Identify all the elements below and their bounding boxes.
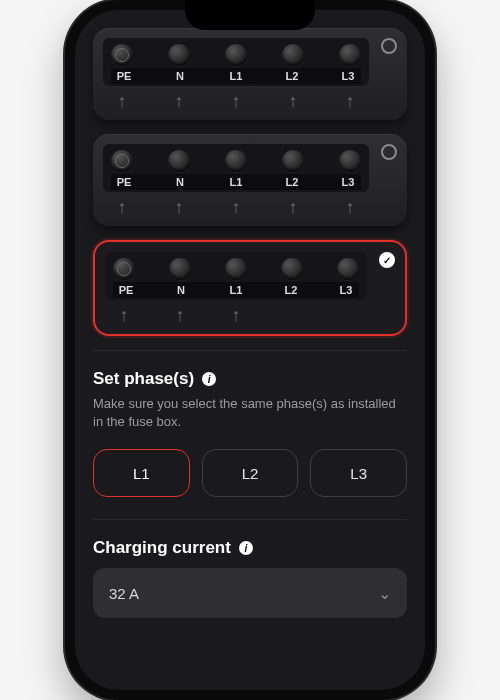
arrow-row: ↑ ↑ ↑ ↑ ↑ xyxy=(103,86,369,112)
phone-frame: PE N L1 L2 L3 ↑ ↑ ↑ ↑ ↑ xyxy=(65,0,435,700)
arrow-up-icon: ↑ xyxy=(339,198,361,216)
charging-current-title: Charging current xyxy=(93,538,231,558)
terminal-label: N xyxy=(170,284,192,296)
terminal-label: PE xyxy=(113,70,135,82)
arrow-up-icon: ↑ xyxy=(225,306,247,324)
info-icon[interactable]: i xyxy=(239,541,253,555)
knob-l3-icon xyxy=(339,150,361,172)
screen-content: PE N L1 L2 L3 ↑ ↑ ↑ ↑ ↑ xyxy=(75,10,425,690)
knob-l3-icon xyxy=(339,44,361,66)
radio-unchecked-icon[interactable] xyxy=(381,144,397,160)
terminal-label: PE xyxy=(115,284,137,296)
divider xyxy=(93,519,407,520)
terminal-label: N xyxy=(169,176,191,188)
wiring-option-2[interactable]: PE N L1 L2 L3 ↑ ↑ ↑ ↑ ↑ xyxy=(93,240,407,336)
set-phase-header: Set phase(s) i xyxy=(93,369,407,389)
arrow-up-icon: ↑ xyxy=(225,198,247,216)
knob-row xyxy=(111,150,361,172)
radio-checked-icon[interactable] xyxy=(379,252,395,268)
terminal-label: L2 xyxy=(281,70,303,82)
charging-current-select[interactable]: 32 A ⌄ xyxy=(93,568,407,618)
arrow-up-icon: ↑ xyxy=(113,306,135,324)
knob-l2-icon xyxy=(282,44,304,66)
knob-l1-icon xyxy=(225,150,247,172)
knob-l2-icon xyxy=(281,258,303,280)
arrow-up-icon: ↑ xyxy=(339,92,361,110)
knob-n-icon xyxy=(168,150,190,172)
terminal-label: L2 xyxy=(281,176,303,188)
phase-button-label: L1 xyxy=(133,465,150,482)
terminal-label: N xyxy=(169,70,191,82)
terminal-label-row: PE N L1 L2 L3 xyxy=(113,282,359,298)
terminal-block: PE N L1 L2 L3 xyxy=(103,144,369,192)
chevron-down-icon: ⌄ xyxy=(378,584,391,603)
arrow-up-icon: ↑ xyxy=(225,92,247,110)
charging-current-value: 32 A xyxy=(109,585,139,602)
wiring-option-1[interactable]: PE N L1 L2 L3 ↑ ↑ ↑ ↑ ↑ xyxy=(93,134,407,226)
knob-l3-icon xyxy=(337,258,359,280)
info-icon[interactable]: i xyxy=(202,372,216,386)
terminal-label: L1 xyxy=(225,284,247,296)
arrow-up-icon: ↑ xyxy=(111,92,133,110)
terminal-label-row: PE N L1 L2 L3 xyxy=(111,68,361,84)
arrow-row: ↑ ↑ ↑ ↑ ↑ xyxy=(105,300,367,326)
knob-n-icon xyxy=(169,258,191,280)
phone-screen: PE N L1 L2 L3 ↑ ↑ ↑ ↑ ↑ xyxy=(75,10,425,690)
arrow-up-icon: ↑ xyxy=(168,198,190,216)
terminal-block: PE N L1 L2 L3 xyxy=(103,38,369,86)
terminal-label: L3 xyxy=(337,176,359,188)
arrow-up-icon: ↑ xyxy=(282,198,304,216)
arrow-row: ↑ ↑ ↑ ↑ ↑ xyxy=(103,192,369,218)
terminal-label: L1 xyxy=(225,70,247,82)
phase-button-label: L2 xyxy=(242,465,259,482)
knob-pe-icon xyxy=(111,150,133,172)
phase-button-l1[interactable]: L1 xyxy=(93,449,190,497)
set-phase-title: Set phase(s) xyxy=(93,369,194,389)
knob-pe-icon xyxy=(113,258,135,280)
terminal-label-row: PE N L1 L2 L3 xyxy=(111,174,361,190)
knob-row xyxy=(111,44,361,66)
phone-notch xyxy=(185,0,315,30)
terminal-label: PE xyxy=(113,176,135,188)
knob-l1-icon xyxy=(225,44,247,66)
radio-unchecked-icon[interactable] xyxy=(381,38,397,54)
set-phase-subtitle: Make sure you select the same phase(s) a… xyxy=(93,395,407,431)
terminal-label: L2 xyxy=(280,284,302,296)
arrow-up-icon: ↑ xyxy=(111,198,133,216)
knob-pe-icon xyxy=(111,44,133,66)
phase-button-l3[interactable]: L3 xyxy=(310,449,407,497)
terminal-label: L3 xyxy=(337,70,359,82)
terminal-label: L1 xyxy=(225,176,247,188)
phase-button-row: L1 L2 L3 xyxy=(93,449,407,497)
knob-l1-icon xyxy=(225,258,247,280)
phase-button-l2[interactable]: L2 xyxy=(202,449,299,497)
knob-l2-icon xyxy=(282,150,304,172)
arrow-up-icon: ↑ xyxy=(169,306,191,324)
knob-row xyxy=(113,258,359,280)
terminal-label: L3 xyxy=(335,284,357,296)
phase-button-label: L3 xyxy=(350,465,367,482)
arrow-up-icon: ↑ xyxy=(282,92,304,110)
charging-current-header: Charging current i xyxy=(93,538,407,558)
knob-n-icon xyxy=(168,44,190,66)
wiring-option-0[interactable]: PE N L1 L2 L3 ↑ ↑ ↑ ↑ ↑ xyxy=(93,28,407,120)
divider xyxy=(93,350,407,351)
terminal-block: PE N L1 L2 L3 xyxy=(105,252,367,300)
arrow-up-icon: ↑ xyxy=(168,92,190,110)
